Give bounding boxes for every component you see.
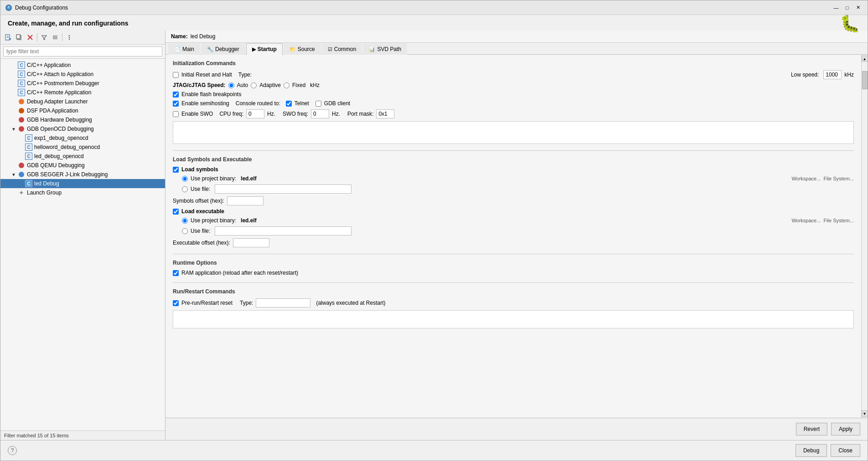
tree-item-led-debug[interactable]: C led Debug [0, 179, 165, 188]
symbols-project-binary-radio[interactable] [182, 176, 188, 182]
tree-item-gdb-hw[interactable]: GDB Hardware Debugging [0, 115, 165, 124]
revert-button[interactable]: Revert [796, 423, 827, 435]
jtag-auto-radio[interactable] [228, 82, 234, 88]
tab-main[interactable]: 📄 Main [168, 43, 200, 55]
tab-debugger[interactable]: 🔧 Debugger [201, 43, 245, 55]
init-commands-textarea[interactable] [173, 122, 853, 143]
tree-item-led-debug-openocd[interactable]: C led_debug_openocd [0, 152, 165, 161]
minimize-button[interactable]: ― [831, 3, 841, 13]
debug-button[interactable]: Debug [796, 444, 827, 457]
symbols-file-radio[interactable] [182, 186, 188, 192]
run-restart-textarea[interactable] [173, 311, 853, 328]
duplicate-button[interactable] [14, 32, 24, 42]
tree-item-gdb-segger[interactable]: ▼ GDB SEGGER J-Link Debugging [0, 170, 165, 179]
load-symbols-checkbox[interactable] [173, 167, 179, 173]
load-symbols-row: Load symbols [173, 166, 854, 173]
exec-workspace-button[interactable]: Workspace... [791, 218, 821, 223]
jtag-fixed-radio[interactable] [284, 82, 289, 88]
tree-item-gdb-qemu[interactable]: GDB QEMU Debugging [0, 161, 165, 170]
tab-svd-path[interactable]: 📊 SVD Path [363, 43, 407, 55]
help-button[interactable]: ? [8, 446, 17, 455]
symbols-offset-row: Symbols offset (hex): [173, 196, 854, 205]
swo-freq-input[interactable] [311, 109, 329, 118]
swo-checkbox[interactable] [173, 111, 179, 117]
scroll-up-button[interactable]: ▲ [862, 56, 868, 62]
scrollbar-track[interactable] [862, 62, 868, 410]
exec-project-binary-radio[interactable] [182, 218, 188, 224]
jtag-auto-label: Auto [237, 82, 248, 88]
exec-file-radio[interactable] [182, 228, 188, 234]
close-button[interactable]: Close [831, 444, 860, 457]
svg-point-23 [19, 163, 24, 168]
close-button[interactable]: ✕ [853, 3, 863, 13]
jtag-adaptive-radio[interactable] [251, 82, 257, 88]
gdb-client-checkbox[interactable] [315, 101, 321, 107]
exec-project-binary-row: Use project binary: led.elf Workspace...… [173, 217, 854, 224]
source-tab-icon: 📁 [289, 46, 296, 52]
exec-offset-label: Executable offset (hex): [173, 240, 230, 246]
semihosting-checkbox[interactable] [173, 101, 179, 107]
type-label: Type: [238, 72, 252, 78]
symbols-offset-label: Symbols offset (hex): [173, 198, 224, 204]
symbols-filesystem-button[interactable]: File System... [823, 176, 854, 181]
tab-common[interactable]: ☑ Common [322, 43, 362, 55]
tree-item-exp1[interactable]: C exp1_debug_openocd [0, 133, 165, 143]
pre-run-checkbox[interactable] [173, 300, 179, 306]
exec-file-input[interactable] [215, 226, 351, 236]
tree-item-cpp-postmortem[interactable]: C C/C++ Postmortem Debugger [0, 79, 165, 88]
low-speed-input[interactable] [823, 70, 842, 79]
filter-button[interactable] [39, 32, 49, 42]
apply-button[interactable]: Apply [831, 423, 860, 435]
cpp-remote-icon: C [18, 89, 25, 96]
tree-item-label: C/C++ Remote Application [27, 89, 91, 96]
exec-offset-input[interactable] [233, 238, 269, 247]
tab-source[interactable]: 📁 Source [284, 43, 321, 55]
telnet-checkbox[interactable] [286, 101, 292, 107]
runtime-options-section: Runtime Options RAM application (reload … [173, 260, 854, 276]
tree-item-cpp-app[interactable]: C C/C++ Application [0, 61, 165, 70]
vertical-scrollbar[interactable]: ▲ ▼ [861, 55, 868, 418]
maximize-button[interactable]: □ [842, 3, 852, 13]
delete-button[interactable] [25, 32, 35, 42]
tree-item-gdb-openocd[interactable]: ▼ GDB OpenOCD Debugging [0, 124, 165, 133]
symbols-file-input[interactable] [215, 184, 351, 194]
new-config-button[interactable] [3, 32, 13, 42]
tree-item-helloword[interactable]: C helloword_debug_openocd [0, 143, 165, 152]
flash-breakpoints-checkbox[interactable] [173, 92, 179, 97]
symbols-offset-input[interactable] [227, 196, 264, 205]
initial-reset-checkbox[interactable] [173, 72, 179, 78]
bottom-buttons-bar: Revert Apply [165, 418, 868, 440]
svg-marker-12 [42, 36, 46, 40]
symbols-workspace-button[interactable]: Workspace... [791, 176, 821, 181]
port-mask-input[interactable] [376, 109, 394, 118]
load-executable-checkbox[interactable] [173, 209, 179, 215]
ram-app-checkbox[interactable] [173, 270, 179, 276]
collapse-button[interactable] [50, 32, 60, 42]
tree-item-label: Debug Adapter Launcher [27, 98, 88, 105]
hz-label: Hz. [267, 111, 275, 117]
tree-item-label: GDB QEMU Debugging [27, 162, 85, 169]
tree-item-label: C/C++ Attach to Application [27, 71, 93, 77]
tree-item-label: C/C++ Application [27, 62, 71, 68]
settings-button[interactable] [64, 32, 74, 42]
tree-item-label: led Debug [34, 180, 59, 187]
cpu-freq-input[interactable] [246, 109, 264, 118]
semihosting-label: Enable semihosting [181, 100, 229, 107]
tree-item-cpp-remote[interactable]: C C/C++ Remote Application [0, 88, 165, 97]
symbols-project-binary-label: Use project binary: [191, 175, 236, 182]
tree-item-cpp-attach[interactable]: C C/C++ Attach to Application [0, 70, 165, 79]
scrollbar-thumb[interactable] [862, 71, 868, 89]
jtag-khz: kHz [310, 82, 320, 88]
exec-filesystem-button[interactable]: File System... [823, 218, 854, 223]
tree-item-debug-adapter[interactable]: Debug Adapter Launcher [0, 97, 165, 106]
tab-startup[interactable]: ▶ Startup [246, 43, 283, 55]
gdb-segger-icon [18, 171, 25, 178]
tree-item-launch-group[interactable]: ✦ Launch Group [0, 188, 165, 197]
tree-item-dsf[interactable]: DSF PDA Application [0, 106, 165, 115]
pre-run-row: Pre-run/Restart reset Type: (always exec… [173, 298, 854, 307]
scroll-down-button[interactable]: ▼ [862, 410, 868, 417]
pre-run-type-input[interactable] [256, 298, 310, 307]
telnet-label: Telnet [294, 100, 309, 107]
load-symbols-section: Load Symbols and Executable Load symbols… [173, 156, 854, 247]
filter-input[interactable] [3, 46, 162, 56]
